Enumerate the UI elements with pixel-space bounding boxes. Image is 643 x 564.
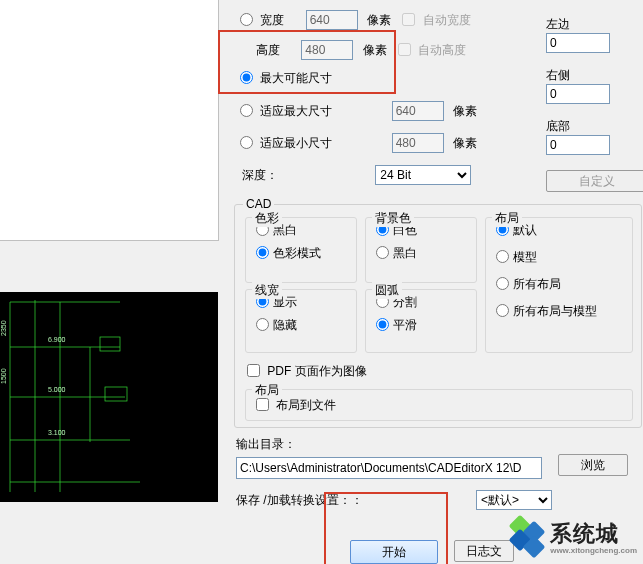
fit-max-input[interactable]: [392, 101, 444, 121]
margin-left-label: 左边: [546, 16, 584, 33]
margin-bottom-label: 底部: [546, 118, 584, 135]
margin-left-input[interactable]: [546, 33, 610, 53]
height-label: 高度: [256, 43, 280, 57]
start-button[interactable]: 开始: [350, 540, 438, 564]
log-button[interactable]: 日志文: [454, 540, 514, 562]
bg-black-radio[interactable]: [376, 246, 389, 259]
auto-width-label: 自动宽度: [423, 13, 471, 27]
arc-smooth-radio[interactable]: [376, 318, 389, 331]
save-load-label: 保存 /加载转换设置：：: [236, 492, 363, 509]
layout-group: 布局 默认 模型 所有布局 所有布局与模型: [485, 217, 633, 353]
color-title: 色彩: [252, 210, 282, 227]
margin-right-input[interactable]: [546, 84, 610, 104]
height-input[interactable]: [301, 40, 353, 60]
browse-button[interactable]: 浏览: [558, 454, 628, 476]
width-label: 宽度: [260, 13, 284, 27]
arc-title: 圆弧: [372, 282, 402, 299]
layout-to-file-check[interactable]: [256, 398, 269, 411]
svg-text:5.000: 5.000: [48, 386, 66, 393]
lw-title: 线宽: [252, 282, 282, 299]
layout-title: 布局: [492, 210, 522, 227]
max-possible-label: 最大可能尺寸: [260, 71, 332, 85]
bg-title: 背景色: [372, 210, 414, 227]
fit-min-radio[interactable]: [240, 136, 253, 149]
height-unit: 像素: [363, 43, 387, 57]
max-possible-radio[interactable]: [240, 71, 253, 84]
depth-label: 深度：: [240, 167, 372, 184]
cad-group-title: CAD: [243, 197, 274, 211]
preset-select[interactable]: <默认>: [476, 490, 552, 510]
svg-text:3.100: 3.100: [48, 429, 66, 436]
layout-file-group: 布局 布局到文件: [245, 389, 633, 421]
layout-all-radio[interactable]: [496, 277, 509, 290]
fit-min-input[interactable]: [392, 133, 444, 153]
cad-preview: 6.900 5.000 3.100 2350 1500: [0, 292, 218, 502]
color-group: 色彩 黑白 色彩模式: [245, 217, 357, 283]
layout-model-radio[interactable]: [496, 250, 509, 263]
auto-width-check: [402, 13, 415, 26]
custom-button: 自定义: [546, 170, 643, 192]
width-input[interactable]: [306, 10, 358, 30]
logo-icon: [508, 518, 548, 556]
fit-max-unit: 像素: [453, 104, 477, 118]
auto-height-label: 自动高度: [418, 43, 466, 57]
width-unit: 像素: [367, 13, 391, 27]
arc-group: 圆弧 分割 平滑: [365, 289, 477, 353]
bg-group: 背景色 白色 黑白: [365, 217, 477, 283]
watermark-sub: www.xitongcheng.com: [550, 546, 637, 555]
fit-min-label: 适应最小尺寸: [260, 136, 332, 150]
fit-max-label: 适应最大尺寸: [260, 104, 332, 118]
svg-text:1500: 1500: [0, 368, 7, 384]
color-mode-radio[interactable]: [256, 246, 269, 259]
fit-max-radio[interactable]: [240, 104, 253, 117]
margin-bottom-input[interactable]: [546, 135, 610, 155]
pdf-as-image-label: PDF 页面作为图像: [267, 364, 366, 378]
lw-hide-radio[interactable]: [256, 318, 269, 331]
auto-height-check: [398, 43, 411, 56]
depth-select[interactable]: 24 Bit: [375, 165, 471, 185]
lw-group: 线宽 显示 隐藏: [245, 289, 357, 353]
layout-all-model-radio[interactable]: [496, 304, 509, 317]
fit-min-unit: 像素: [453, 136, 477, 150]
svg-text:2350: 2350: [0, 320, 7, 336]
output-dir-input[interactable]: [236, 457, 542, 479]
watermark: 系统城 www.xitongcheng.com: [508, 518, 637, 556]
watermark-text: 系统城: [550, 521, 619, 546]
output-dir-label: 输出目录：: [236, 436, 542, 453]
left-blank-panel: [0, 0, 219, 241]
width-radio[interactable]: [240, 13, 253, 26]
layout-to-file-label: 布局到文件: [276, 398, 336, 412]
pdf-as-image-check[interactable]: [247, 364, 260, 377]
svg-text:6.900: 6.900: [48, 336, 66, 343]
cad-group: CAD 色彩 黑白 色彩模式 背景色 白色 黑白 布局 默认 模型 所有布局 所…: [234, 204, 642, 428]
margin-right-label: 右侧: [546, 67, 584, 84]
